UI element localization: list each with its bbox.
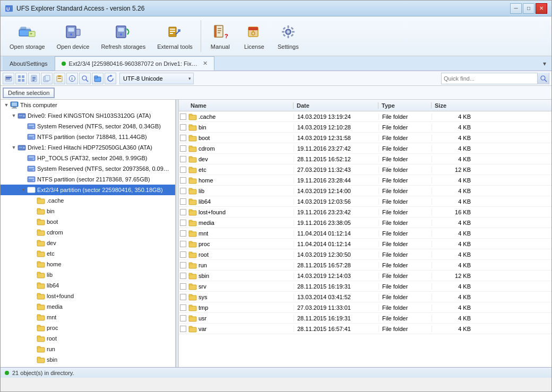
checkbox-20[interactable] [180, 326, 186, 332]
row-checkbox-12[interactable] [179, 241, 187, 247]
tree-item-home[interactable]: ▶ home [1, 259, 175, 269]
close-button[interactable]: ✕ [536, 3, 547, 14]
checkbox-5[interactable] [180, 167, 186, 173]
checkbox-13[interactable] [180, 251, 186, 258]
back-button[interactable] [3, 73, 14, 84]
checkbox-3[interactable] [180, 145, 186, 152]
tree-item-lost+found[interactable]: ▶ lost+found [1, 291, 175, 301]
table-row[interactable]: lib 14.03.2019 12:14:00 File folder 4 KB [179, 186, 551, 196]
table-row[interactable]: var 28.11.2015 16:57:41 File folder 4 KB [179, 324, 551, 334]
tree-item-proc[interactable]: ▶ proc [1, 323, 175, 333]
minimize-button[interactable]: ─ [510, 3, 522, 14]
paste-button[interactable] [54, 73, 65, 84]
checkbox-17[interactable] [180, 294, 186, 300]
checkbox-1[interactable] [180, 124, 186, 130]
tree-item-bin[interactable]: ▶ bin [1, 206, 175, 216]
tree-item-etc[interactable]: ▶ etc [1, 248, 175, 259]
table-row[interactable]: lost+found 19.11.2016 23:23:42 File fold… [179, 207, 551, 217]
tree-item-lib[interactable]: ▶ lib [1, 269, 175, 280]
table-row[interactable]: bin 14.03.2019 12:10:28 File folder 4 KB [179, 122, 551, 133]
row-checkbox-2[interactable] [179, 135, 187, 141]
checkbox-11[interactable] [180, 230, 186, 237]
table-row[interactable]: boot 14.03.2019 12:31:58 File folder 4 K… [179, 133, 551, 143]
search-button[interactable] [79, 73, 91, 84]
col-header-size[interactable]: Size [432, 102, 474, 109]
list-view-button[interactable] [28, 73, 40, 84]
checkbox-0[interactable] [180, 114, 186, 120]
table-row[interactable]: sbin 14.03.2019 12:14:03 File folder 12 … [179, 271, 551, 281]
tree-item-sbin[interactable]: ▶ sbin [1, 354, 175, 365]
copy-button[interactable] [41, 73, 53, 84]
tree-item-ext2-partition[interactable]: ▼ Ext2/3/4 partition (sector 225980416, … [1, 185, 175, 195]
row-checkbox-11[interactable] [179, 230, 187, 237]
checkbox-12[interactable] [180, 241, 186, 247]
checkbox-14[interactable] [180, 262, 186, 268]
tree-item-drive0[interactable]: ▼ Drive0: Fixed KINGSTON SH103S3120G (AT… [1, 110, 175, 121]
checkbox-7[interactable] [180, 188, 186, 194]
row-checkbox-13[interactable] [179, 251, 187, 258]
manual-button[interactable]: ? Manual [204, 20, 236, 53]
tree-item-mnt[interactable]: ▶ mnt [1, 312, 175, 323]
row-checkbox-14[interactable] [179, 262, 187, 268]
table-row[interactable]: usr 28.11.2015 16:19:31 File folder 4 KB [179, 313, 551, 324]
col-header-name[interactable]: Name [187, 102, 294, 109]
checkbox-18[interactable] [180, 304, 186, 311]
refresh-storages-button[interactable]: Refresh storages [96, 20, 150, 53]
table-row[interactable]: home 19.11.2016 23:28:44 File folder 4 K… [179, 175, 551, 186]
checkbox-16[interactable] [180, 283, 186, 290]
row-checkbox-10[interactable] [179, 220, 187, 226]
table-row[interactable]: root 14.03.2019 12:30:50 File folder 4 K… [179, 249, 551, 260]
grid-view-button[interactable] [15, 73, 27, 84]
tree-item-root[interactable]: ▶ root [1, 333, 175, 344]
row-checkbox-1[interactable] [179, 124, 187, 130]
properties-button[interactable]: i [66, 73, 78, 84]
external-tools-button[interactable]: External tools [152, 20, 197, 53]
tree-item-media[interactable]: ▶ media [1, 301, 175, 312]
define-selection-button[interactable]: Define selection [3, 88, 55, 98]
table-row[interactable]: sys 13.03.2014 03:41:52 File folder 4 KB [179, 292, 551, 302]
tree-item-lib64[interactable]: ▶ lib64 [1, 280, 175, 291]
tab-close-icon[interactable]: ✕ [203, 60, 208, 67]
checkbox-8[interactable] [180, 198, 186, 205]
row-checkbox-5[interactable] [179, 167, 187, 173]
row-checkbox-6[interactable] [179, 177, 187, 184]
tree-item-drive1[interactable]: ▼ Drive1: Fixed Hitachi HDP725050GLA360 … [1, 142, 175, 153]
open-device-button[interactable]: Open device [52, 20, 94, 53]
checkbox-2[interactable] [180, 135, 186, 141]
row-checkbox-0[interactable] [179, 114, 187, 120]
tree-item-.cache[interactable]: ▶ .cache [1, 195, 175, 206]
checkbox-15[interactable] [180, 273, 186, 279]
table-row[interactable]: lib64 14.03.2019 12:03:56 File folder 4 … [179, 196, 551, 207]
license-button[interactable]: License [238, 20, 270, 53]
open-storage-button[interactable]: + Open storage [5, 20, 50, 53]
checkbox-4[interactable] [180, 156, 186, 162]
table-row[interactable]: media 19.11.2016 23:38:05 File folder 4 … [179, 217, 551, 228]
tree-item-ntfs-21178368[interactable]: ▶ NTFS partition (sector 21178368, 97.65… [1, 174, 175, 185]
checkbox-6[interactable] [180, 177, 186, 184]
row-checkbox-17[interactable] [179, 294, 187, 300]
tree-item-cdrom[interactable]: ▶ cdrom [1, 227, 175, 238]
search-icon-button[interactable] [537, 73, 549, 84]
row-checkbox-18[interactable] [179, 304, 187, 311]
col-header-type[interactable]: Type [378, 102, 432, 109]
settings-button[interactable]: Settings [272, 20, 304, 53]
checkbox-19[interactable] [180, 315, 186, 321]
tab-scroll-arrow[interactable]: ▾ [540, 56, 549, 71]
checkbox-9[interactable] [180, 209, 186, 215]
row-checkbox-7[interactable] [179, 188, 187, 194]
tree-item-hp-tools[interactable]: ▶ HP_TOOLS (FAT32, sector 2048, 9.99GB) [1, 153, 175, 163]
table-row[interactable]: mnt 11.04.2014 01:12:14 File folder 4 KB [179, 228, 551, 239]
table-row[interactable]: srv 28.11.2015 16:19:31 File folder 4 KB [179, 281, 551, 292]
table-row[interactable]: run 28.11.2015 16:57:28 File folder 4 KB [179, 260, 551, 271]
encoding-dropdown[interactable]: UTF-8 Unicode ▾ [119, 73, 194, 84]
table-row[interactable]: tmp 27.03.2019 11:33:01 File folder 4 KB [179, 302, 551, 313]
row-checkbox-9[interactable] [179, 209, 187, 215]
tree-item-this-computer[interactable]: ▼ This computer [1, 100, 175, 110]
tab-about-settings[interactable]: About/Settings [3, 56, 55, 71]
refresh-button[interactable] [105, 73, 116, 84]
row-checkbox-15[interactable] [179, 273, 187, 279]
maximize-button[interactable]: □ [523, 3, 534, 14]
tree-item-system-reserved[interactable]: ▶ System Reserved (NTFS, sector 2048, 0.… [1, 121, 175, 132]
search-input[interactable] [442, 73, 537, 84]
row-checkbox-8[interactable] [179, 198, 187, 205]
